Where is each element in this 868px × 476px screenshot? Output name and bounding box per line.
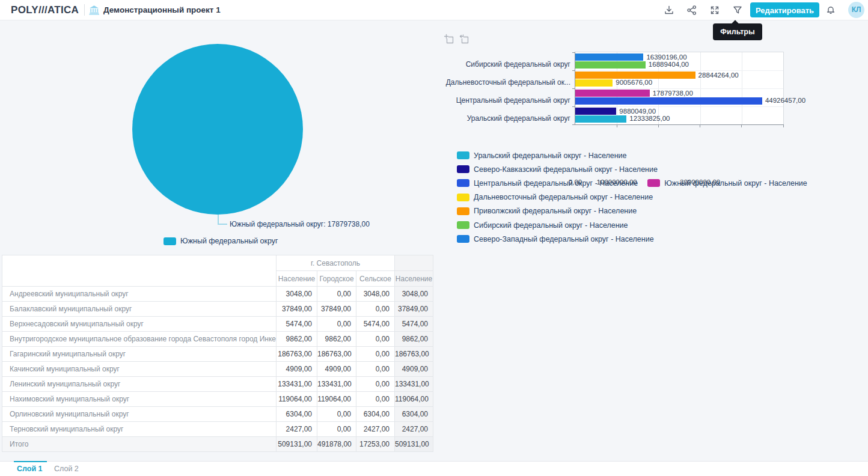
table-row[interactable]: Терновский муниципальный округ2427,000,0… xyxy=(2,422,433,437)
legend-label: Сибирский федеральный округ - Население xyxy=(474,221,628,230)
table-cell: 6304,00 xyxy=(277,407,317,422)
pie-slice[interactable] xyxy=(132,44,303,215)
table-total-row[interactable]: Итого509131,00491878,0017253,00509131,00 xyxy=(2,437,433,452)
edit-button[interactable]: Редактировать xyxy=(750,2,819,17)
select-area-icon[interactable] xyxy=(444,34,454,44)
reset-selection-icon[interactable] xyxy=(459,34,469,44)
bar-value-label: 9880049,00 xyxy=(619,108,656,115)
bar-1[interactable] xyxy=(575,61,646,69)
y-axis-label: Сибирский федеральный округ xyxy=(466,60,570,69)
pie-callout-label: Южный федеральный округ: 17879738,00 xyxy=(230,220,370,228)
pie-legend-entry[interactable]: Южный федеральный округ xyxy=(164,237,278,245)
legend-entry[interactable]: Северо-Кавказский федеральный округ - На… xyxy=(457,165,658,174)
tab-layer-2[interactable]: Слой 2 xyxy=(54,465,79,473)
legend-row: Северо-Кавказский федеральный округ - На… xyxy=(457,162,817,176)
legend-label: Уральский федеральный округ - Население xyxy=(474,151,627,160)
legend-swatch xyxy=(457,221,469,229)
row-label: Ленинский муниципальный округ xyxy=(2,377,277,392)
table-cell: 0,00 xyxy=(317,317,356,332)
table-row[interactable]: Гагаринский муниципальный округ186763,00… xyxy=(2,347,433,362)
table-cell: 0,00 xyxy=(356,392,395,407)
bar-2[interactable] xyxy=(575,72,695,79)
bar-5[interactable] xyxy=(575,97,762,105)
table-cell: 17253,00 xyxy=(356,437,395,452)
column-header: Городское xyxy=(317,271,356,287)
bar-value-label: 12333825,00 xyxy=(629,115,670,123)
avatar[interactable]: КЛ xyxy=(848,2,864,18)
legend-entry[interactable]: Сибирский федеральный округ - Население xyxy=(457,221,628,230)
pie-legend-swatch xyxy=(164,237,176,245)
y-tick xyxy=(572,52,575,53)
tooltip-text: Фильтры xyxy=(720,28,754,36)
bar-value-label: 16390196,00 xyxy=(646,53,686,61)
table-cell: 491878,00 xyxy=(317,437,356,452)
table-cell: 3048,00 xyxy=(395,287,433,302)
download-icon[interactable] xyxy=(663,4,675,16)
bar-7[interactable] xyxy=(575,115,626,123)
table-row[interactable]: Качинский муниципальный округ4909,004909… xyxy=(2,362,433,377)
bar-3[interactable] xyxy=(575,79,613,87)
pivot-table: г. Севастополь Население Городское Сельс… xyxy=(2,255,433,452)
table-cell: 5474,00 xyxy=(277,317,317,332)
row-label: Верхнесадовский муниципальный округ xyxy=(2,317,277,332)
legend-entry[interactable]: Северо-Западный федеральный округ - Насе… xyxy=(457,235,654,243)
x-tick xyxy=(741,124,742,127)
share-icon[interactable] xyxy=(686,4,698,16)
pie-callout-line xyxy=(218,215,219,224)
table-cell: 119064,00 xyxy=(277,392,317,407)
legend-label: Южный федеральный округ - Население xyxy=(664,179,807,188)
bar-value-label: 17879738,00 xyxy=(653,90,693,97)
legend-swatch xyxy=(457,179,469,187)
gridline xyxy=(575,70,783,71)
x-tick xyxy=(783,124,784,127)
table-group-header: г. Севастополь xyxy=(277,255,395,271)
bar-legend: Уральский федеральный округ - НаселениеС… xyxy=(457,148,817,246)
page-title: Демонстрационный проект 1 xyxy=(103,5,221,14)
table-cell: 37849,00 xyxy=(277,302,317,317)
table-cell: 37849,00 xyxy=(395,302,433,317)
table-row[interactable]: Андреевский муниципальный округ3048,000,… xyxy=(2,287,433,302)
legend-row: Приволжский федеральный округ - Населени… xyxy=(457,204,817,218)
table-row[interactable]: Нахимовский муниципальный округ119064,00… xyxy=(2,392,433,407)
table-cell: 186763,00 xyxy=(395,347,433,362)
legend-entry[interactable]: Приволжский федеральный округ - Населени… xyxy=(457,207,637,215)
table-row[interactable]: Ленинский муниципальный округ133431,0013… xyxy=(2,377,433,392)
legend-entry[interactable]: Южный федеральный округ - Население xyxy=(647,179,807,188)
tab-layer-1[interactable]: Слой 1 xyxy=(17,465,43,473)
bank-icon xyxy=(88,4,100,18)
row-label: Балаклавский муниципальный округ xyxy=(2,302,277,317)
y-tick xyxy=(572,106,575,107)
legend-entry[interactable]: Центральный федеральный округ - Населени… xyxy=(457,179,638,188)
table-row[interactable]: Балаклавский муниципальный округ37849,00… xyxy=(2,302,433,317)
gridline xyxy=(575,106,783,107)
table-cell: 133431,00 xyxy=(395,377,433,392)
column-header: Сельское xyxy=(356,271,395,287)
tooltip-arrow xyxy=(732,20,738,26)
bar-value-label: 44926457,00 xyxy=(765,97,805,105)
legend-label: Дальневосточный федеральный округ - Насе… xyxy=(474,193,653,201)
table-cell: 0,00 xyxy=(356,347,395,362)
table-cell: 509131,00 xyxy=(395,437,433,452)
bar-6[interactable] xyxy=(575,108,616,115)
table-cell: 4909,00 xyxy=(395,362,433,377)
legend-swatch xyxy=(457,194,469,201)
table-cell: 2427,00 xyxy=(395,422,433,437)
table-cell: 6304,00 xyxy=(356,407,395,422)
fullscreen-icon[interactable] xyxy=(709,4,721,16)
legend-entry[interactable]: Дальневосточный федеральный округ - Насе… xyxy=(457,193,653,201)
filter-icon[interactable] xyxy=(732,4,744,16)
table-corner-cell xyxy=(2,255,277,287)
polymatica-logo: POLY///ATICA xyxy=(11,4,79,16)
table-row[interactable]: Верхнесадовский муниципальный округ5474,… xyxy=(2,317,433,332)
table-row[interactable]: Орлиновский муниципальный округ6304,000,… xyxy=(2,407,433,422)
table-row[interactable]: Внутригородское муниципальное образовани… xyxy=(2,332,433,347)
legend-label: Северо-Западный федеральный округ - Насе… xyxy=(474,235,654,243)
bar-0[interactable] xyxy=(575,53,643,61)
bell-icon[interactable] xyxy=(825,4,837,16)
pie-callout-line xyxy=(218,224,227,225)
legend-entry[interactable]: Уральский федеральный округ - Население xyxy=(457,151,627,160)
legend-row: Сибирский федеральный округ - Население xyxy=(457,218,817,232)
table-cell: 0,00 xyxy=(317,422,356,437)
bar-4[interactable] xyxy=(575,90,650,97)
row-label: Итого xyxy=(2,437,277,452)
